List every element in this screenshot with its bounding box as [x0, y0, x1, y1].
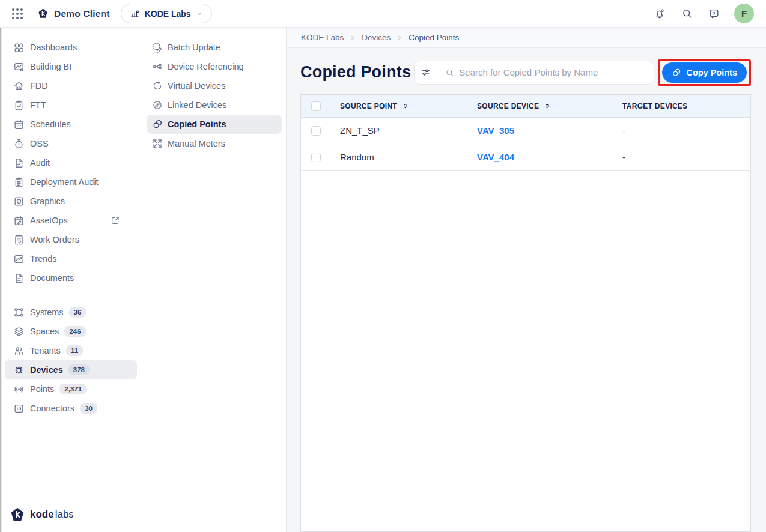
oss-icon	[13, 138, 25, 150]
sidebar-item-label: Systems	[30, 307, 64, 317]
filter-button[interactable]	[415, 61, 437, 84]
source-device-link[interactable]: VAV_305	[468, 125, 613, 136]
sidebar-item-label: AssetOps	[30, 216, 68, 225]
deployment-audit-icon	[13, 177, 25, 188]
copied-points-table: SOURCE POINT SOURCE DEVICE TARGET DEVICE…	[300, 94, 751, 532]
logo-text-bold: kode	[30, 509, 54, 520]
table-row: Random VAV_404 -	[301, 144, 750, 171]
column-header-source-device: SOURCE DEVICE	[468, 102, 613, 110]
sidebar-item-tenants[interactable]: Tenants 11	[0, 341, 142, 360]
sidebar-item-deployment-audit[interactable]: Deployment Audit	[0, 172, 142, 192]
fdd-icon	[13, 80, 25, 92]
work-orders-icon	[13, 234, 25, 246]
schedules-icon	[13, 119, 25, 130]
row-checkbox[interactable]	[311, 126, 321, 136]
global-search-button[interactable]	[681, 8, 693, 19]
count-badge: 2,371	[59, 384, 87, 395]
sidebar-item-work-orders[interactable]: Work Orders	[0, 230, 142, 249]
copy-points-label: Copy Points	[686, 68, 737, 77]
breadcrumb-kode-labs[interactable]: KODE Labs	[301, 33, 344, 42]
search-icon	[445, 68, 454, 77]
sidebar-item-schedules[interactable]: Schedules	[0, 115, 142, 134]
page-title: Copied Points	[300, 63, 411, 82]
subnav-item-virtual-devices[interactable]: Virtual Devices	[147, 76, 282, 95]
points-icon	[13, 384, 25, 395]
breadcrumb-copied-points: Copied Points	[409, 33, 459, 42]
sidebar-item-assetops[interactable]: AssetOps	[0, 211, 142, 230]
sort-icon[interactable]	[401, 102, 409, 110]
sidebar-item-label: FTT	[30, 100, 46, 110]
sidebar-item-trends[interactable]: Trends	[0, 249, 142, 268]
subnav-item-device-referencing[interactable]: Device Referencing	[147, 57, 282, 76]
external-link-icon	[111, 216, 120, 225]
search-widget	[414, 61, 654, 85]
devices-subnav: Batch Update Device Referencing Virtual …	[142, 28, 287, 532]
sidebar-item-audit[interactable]: Audit	[0, 153, 142, 172]
count-badge: 30	[80, 403, 97, 414]
trends-icon	[13, 253, 25, 265]
breadcrumb-devices[interactable]: Devices	[362, 33, 391, 42]
graphics-icon	[13, 196, 25, 207]
sidebar-divider	[10, 298, 132, 298]
sidebar-item-oss[interactable]: OSS	[0, 134, 142, 153]
sidebar-item-dashboards[interactable]: Dashboards	[0, 38, 142, 57]
search-field	[437, 61, 654, 84]
breadcrumb: KODE Labs Devices Copied Points	[287, 28, 766, 48]
source-point-cell: ZN_T_SP	[331, 125, 468, 136]
source-point-cell: Random	[331, 152, 468, 162]
building-bi-icon	[13, 61, 25, 73]
subnav-item-copied-points[interactable]: Copied Points	[147, 115, 282, 134]
sidebar-item-connectors[interactable]: Connectors 30	[0, 399, 142, 418]
connectors-icon	[13, 403, 25, 414]
source-device-link[interactable]: VAV_404	[468, 152, 613, 162]
systems-icon	[13, 307, 25, 318]
sidebar-item-ftt[interactable]: FTT	[0, 95, 142, 115]
help-button[interactable]: ?	[708, 8, 720, 19]
sidebar-item-label: FDD	[30, 81, 48, 91]
filter-sliders-icon	[421, 67, 431, 77]
subnav-item-manual-meters[interactable]: Manual Meters	[147, 134, 282, 153]
subnav-item-batch-update[interactable]: Batch Update	[147, 38, 282, 57]
audit-icon	[13, 157, 25, 169]
sidebar-item-devices[interactable]: Devices 378	[5, 360, 137, 379]
sidebar-item-building-bi[interactable]: Building BI	[0, 57, 142, 76]
sidebar-item-systems[interactable]: Systems 36	[0, 303, 142, 322]
subnav-item-linked-devices[interactable]: Linked Devices	[147, 95, 282, 115]
tenants-icon	[13, 345, 25, 357]
avatar-initial: F	[741, 8, 747, 19]
sort-icon[interactable]	[543, 102, 551, 110]
user-avatar[interactable]: F	[734, 4, 754, 23]
device-referencing-icon	[152, 61, 163, 72]
client-name: Demo Client	[54, 8, 110, 19]
notifications-button[interactable]	[654, 8, 666, 20]
kode-logo-icon	[37, 8, 49, 19]
column-header-source-point: SOURCE POINT	[331, 102, 468, 110]
ftt-icon	[13, 100, 25, 111]
sidebar-item-documents[interactable]: Documents	[0, 268, 142, 288]
subnav-item-label: Device Referencing	[168, 62, 244, 71]
manual-meters-icon	[152, 138, 163, 149]
sidebar-item-fdd[interactable]: FDD	[0, 76, 142, 95]
batch-update-icon	[152, 42, 163, 53]
sidebar-item-label: Schedules	[30, 119, 71, 129]
subnav-item-label: Copied Points	[168, 119, 226, 129]
sidebar-item-graphics[interactable]: Graphics	[0, 192, 142, 211]
row-checkbox[interactable]	[311, 153, 321, 162]
chevron-down-icon	[196, 10, 203, 17]
count-badge: 36	[69, 307, 87, 318]
app-grid-icon[interactable]	[12, 8, 23, 19]
count-badge: 11	[66, 345, 83, 357]
sidebar-item-points[interactable]: Points 2,371	[0, 379, 142, 399]
select-all-checkbox[interactable]	[311, 101, 321, 111]
building-selector[interactable]: KODE Labs	[121, 4, 212, 23]
sidebar-item-label: Dashboards	[30, 43, 77, 52]
sidebar-item-spaces[interactable]: Spaces 246	[0, 322, 142, 341]
copy-points-button[interactable]: Copy Points	[662, 62, 747, 83]
search-input[interactable]	[459, 67, 646, 77]
client-brand[interactable]: Demo Client	[37, 8, 110, 19]
count-badge: 246	[64, 326, 85, 337]
devices-icon	[13, 364, 25, 376]
chevron-right-icon	[396, 34, 403, 41]
sidebar-item-label: Trends	[30, 254, 57, 264]
building-selector-label: KODE Labs	[145, 9, 191, 19]
